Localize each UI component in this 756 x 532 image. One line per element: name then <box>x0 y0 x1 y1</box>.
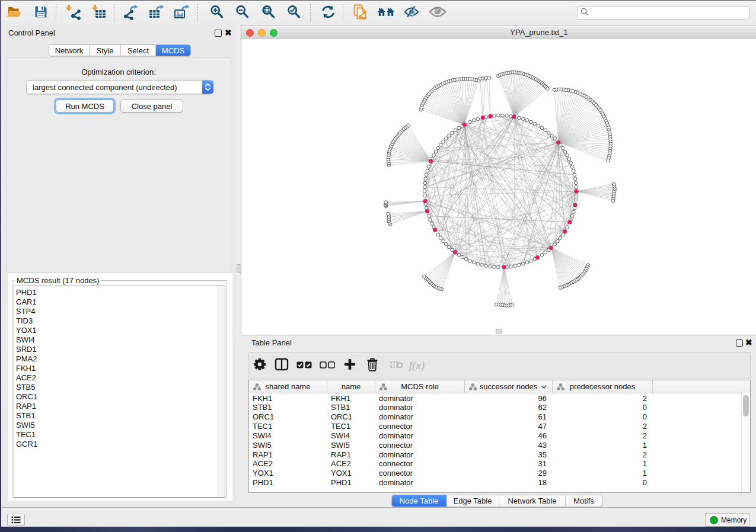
save-session-button[interactable] <box>33 5 49 21</box>
column-header-MCDS-role[interactable]: MCDS role <box>375 380 465 393</box>
delete-columns-button[interactable] <box>363 357 381 374</box>
tab-network[interactable]: Network <box>49 45 90 56</box>
zoom-selected-icon <box>286 4 302 22</box>
mcds-result-item[interactable]: GCR1 <box>14 440 225 449</box>
cell-predecessor_nodes: 2 <box>556 431 647 441</box>
task-history-button[interactable] <box>7 514 25 526</box>
mcds-result-item[interactable]: ACE2 <box>14 373 225 383</box>
mcds-result-group-title: MCDS result (17 nodes) <box>15 276 101 285</box>
network-canvas[interactable] <box>241 39 756 335</box>
export-table-button[interactable] <box>148 5 165 21</box>
mcds-list-scrollbar[interactable] <box>218 286 225 497</box>
open-file-button[interactable] <box>6 5 23 21</box>
column-header-predecessor-nodes[interactable]: predecessor nodes <box>553 380 653 393</box>
create-new-column-button[interactable] <box>341 357 359 374</box>
mcds-result-item[interactable]: ORC1 <box>14 392 225 402</box>
search-input[interactable] <box>589 8 749 18</box>
column-header-name[interactable]: name <box>327 380 375 393</box>
table-row-FKH1[interactable]: FKH1FKH1dominator962 <box>249 394 750 403</box>
mcds-result-item[interactable]: STP4 <box>14 307 225 316</box>
table-row-ACE2[interactable]: ACE2ACE2connector311 <box>249 459 750 469</box>
mcds-result-item[interactable]: FKH1 <box>14 364 225 373</box>
mcds-result-item[interactable]: SWI5 <box>14 421 225 430</box>
table-row-SWI5[interactable]: SWI5SWI5connector431 <box>249 441 750 450</box>
horizontal-splitter-handle[interactable] <box>496 329 502 334</box>
cell-name: YOX1 <box>331 469 373 478</box>
minimize-window-icon[interactable] <box>258 29 266 37</box>
node-table: shared namenameMCDS rolesuccessor nodesp… <box>248 380 751 493</box>
table-panel-tabs: Node TableEdge TableNetwork TableMotifs <box>391 495 602 507</box>
table-row-TEC1[interactable]: TEC1TEC1connector472 <box>249 422 750 431</box>
vertical-splitter[interactable] <box>236 25 241 507</box>
columns-icon <box>275 358 289 373</box>
network-frame-titlebar[interactable]: YPA_prune.txt_1 <box>241 26 756 39</box>
zoom-in-button[interactable] <box>209 5 225 21</box>
show-column-panel-button[interactable] <box>273 357 291 374</box>
column-header-shared-name[interactable]: shared name <box>249 380 327 393</box>
column-header-successor-nodes[interactable]: successor nodes <box>465 380 553 393</box>
mcds-result-item[interactable]: STB5 <box>14 383 225 392</box>
table-row-SWI4[interactable]: SWI4SWI4dominator462 <box>249 431 750 441</box>
table-float-icon[interactable] <box>736 339 743 347</box>
maximize-window-icon[interactable] <box>270 29 277 37</box>
task-list-icon <box>11 516 21 524</box>
show-graphics-details-button[interactable] <box>429 5 446 21</box>
run-mcds-button[interactable]: Run MCDS <box>56 100 114 113</box>
cell-shared_name: FKH1 <box>253 394 325 403</box>
zoom-out-button[interactable] <box>234 5 251 21</box>
tab-network-table[interactable]: Network Table <box>499 495 566 507</box>
table-row-PHD1[interactable]: PHD1PHD1dominator180 <box>249 478 750 488</box>
table-scrollbar-thumb[interactable] <box>743 395 749 416</box>
float-panel-icon[interactable] <box>215 30 222 37</box>
cell-mcds_role: dominator <box>379 394 462 403</box>
mcds-result-item[interactable]: SWI4 <box>14 335 225 345</box>
hide-graphics-details-button[interactable] <box>403 5 420 21</box>
column-label: name <box>327 380 375 393</box>
mcds-result-list[interactable]: PHD1CAR1STP4TID3YOX1SWI4SRD1PMA2FKH1ACE2… <box>14 286 225 498</box>
tab-mcds[interactable]: MCDS <box>156 45 190 56</box>
select-all-columns-button[interactable] <box>295 357 313 374</box>
mcds-result-item[interactable]: TEC1 <box>14 430 225 440</box>
tab-edge-table[interactable]: Edge Table <box>446 495 499 507</box>
table-row-ORC1[interactable]: ORC1ORC1dominator610 <box>249 412 750 422</box>
mcds-result-item[interactable]: TID3 <box>14 316 225 326</box>
mcds-result-item[interactable]: PMA2 <box>14 354 225 364</box>
column-label: predecessor nodes <box>553 380 652 393</box>
mcds-result-item[interactable]: CAR1 <box>14 297 225 307</box>
mcds-result-item[interactable]: YOX1 <box>14 326 225 335</box>
tab-motifs[interactable]: Motifs <box>566 495 602 507</box>
cell-shared_name: SWI4 <box>253 431 325 441</box>
close-panel-button[interactable]: Close panel <box>120 100 183 113</box>
table-row-RAP1[interactable]: RAP1RAP1dominator352 <box>249 450 750 460</box>
cell-shared_name: RAP1 <box>253 450 325 460</box>
zoom-selected-region-button[interactable] <box>286 5 302 21</box>
tab-select[interactable]: Select <box>121 45 156 56</box>
unselect-all-columns-button[interactable] <box>318 357 336 374</box>
export-network-button[interactable] <box>123 5 139 21</box>
birds-eye-view-button[interactable] <box>378 5 394 21</box>
search-field[interactable] <box>577 6 749 20</box>
export-image-button[interactable] <box>174 5 190 21</box>
close-window-icon[interactable] <box>246 29 254 37</box>
import-network-from-file-button[interactable] <box>65 5 82 21</box>
import-table-from-file-button[interactable] <box>91 5 107 21</box>
mcds-result-item[interactable]: PHD1 <box>14 288 225 297</box>
mcds-result-item[interactable]: STB1 <box>14 411 225 421</box>
table-row-STB1[interactable]: STB1STB1dominator620 <box>249 403 750 412</box>
mcds-result-item[interactable]: SRD1 <box>14 345 225 354</box>
zoom-fit-content-button[interactable] <box>260 5 277 21</box>
tab-style[interactable]: Style <box>90 45 121 56</box>
mcds-result-item[interactable]: RAP1 <box>14 402 225 411</box>
toolbar-separator <box>197 4 198 22</box>
table-close-icon[interactable]: ✖ <box>745 339 752 346</box>
close-panel-icon[interactable]: ✖ <box>225 29 232 36</box>
table-row-YOX1[interactable]: YOX1YOX1connector291 <box>249 469 750 478</box>
table-mode-gear-button[interactable] <box>251 357 269 374</box>
optimization-criterion-select[interactable]: largest connected component (undirected) <box>26 80 213 94</box>
tab-node-table[interactable]: Node Table <box>392 495 446 507</box>
table-scrollbar[interactable] <box>741 393 750 492</box>
memory-button[interactable]: Memory <box>705 513 749 527</box>
houses-icon <box>377 5 395 21</box>
network-overview-button[interactable] <box>352 5 369 21</box>
apply-layout-button[interactable] <box>320 5 336 21</box>
